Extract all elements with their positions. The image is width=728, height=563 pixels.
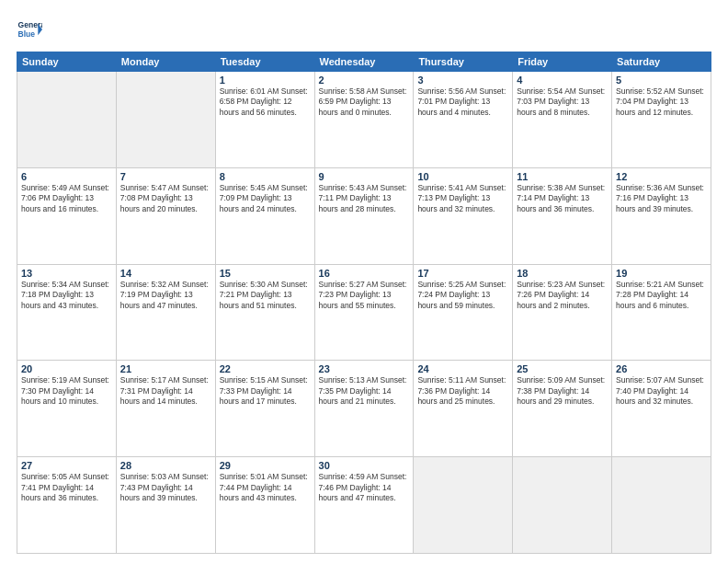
day-number: 24 — [417, 363, 508, 374]
day-info: Sunrise: 5:17 AM Sunset: 7:31 PM Dayligh… — [120, 375, 211, 407]
calendar-cell: 4Sunrise: 5:54 AM Sunset: 7:03 PM Daylig… — [513, 72, 612, 168]
day-number: 17 — [417, 268, 508, 279]
day-number: 16 — [319, 268, 410, 279]
day-info: Sunrise: 5:49 AM Sunset: 7:06 PM Dayligh… — [21, 183, 112, 214]
day-info: Sunrise: 5:11 AM Sunset: 7:36 PM Dayligh… — [417, 375, 508, 407]
day-number: 1 — [220, 75, 311, 86]
day-info: Sunrise: 5:05 AM Sunset: 7:41 PM Dayligh… — [21, 472, 112, 503]
calendar-cell: 17Sunrise: 5:25 AM Sunset: 7:24 PM Dayli… — [414, 264, 513, 361]
calendar-cell: 19Sunrise: 5:21 AM Sunset: 7:28 PM Dayli… — [612, 264, 711, 361]
day-info: Sunrise: 5:38 AM Sunset: 7:14 PM Dayligh… — [517, 183, 608, 214]
day-number: 26 — [616, 363, 707, 374]
calendar-cell: 13Sunrise: 5:34 AM Sunset: 7:18 PM Dayli… — [17, 264, 117, 361]
calendar-cell: 22Sunrise: 5:15 AM Sunset: 7:33 PM Dayli… — [215, 361, 314, 457]
calendar-week-4: 27Sunrise: 5:05 AM Sunset: 7:41 PM Dayli… — [17, 457, 711, 554]
day-info: Sunrise: 5:21 AM Sunset: 7:28 PM Dayligh… — [616, 280, 707, 311]
day-number: 7 — [120, 171, 211, 182]
calendar-cell — [17, 72, 117, 168]
day-number: 3 — [417, 75, 508, 86]
day-info: Sunrise: 5:13 AM Sunset: 7:35 PM Dayligh… — [319, 375, 410, 407]
weekday-header-tuesday: Tuesday — [215, 52, 314, 72]
day-info: Sunrise: 5:03 AM Sunset: 7:43 PM Dayligh… — [120, 472, 211, 503]
day-info: Sunrise: 5:52 AM Sunset: 7:04 PM Dayligh… — [616, 86, 707, 118]
weekday-header-monday: Monday — [116, 52, 215, 72]
calendar-cell: 26Sunrise: 5:07 AM Sunset: 7:40 PM Dayli… — [612, 361, 711, 457]
calendar-cell: 18Sunrise: 5:23 AM Sunset: 7:26 PM Dayli… — [513, 264, 612, 361]
logo: General Blue — [17, 17, 42, 42]
calendar-cell: 12Sunrise: 5:36 AM Sunset: 7:16 PM Dayli… — [612, 167, 711, 264]
calendar-cell: 20Sunrise: 5:19 AM Sunset: 7:30 PM Dayli… — [17, 361, 117, 457]
day-number: 27 — [21, 460, 112, 471]
weekday-header-row: SundayMondayTuesdayWednesdayThursdayFrid… — [17, 52, 711, 72]
day-number: 25 — [517, 363, 608, 374]
day-info: Sunrise: 5:19 AM Sunset: 7:30 PM Dayligh… — [21, 375, 112, 407]
day-info: Sunrise: 5:09 AM Sunset: 7:38 PM Dayligh… — [517, 375, 608, 407]
day-number: 13 — [21, 268, 112, 279]
generalblue-logo-icon: General Blue — [17, 17, 42, 42]
weekday-header-sunday: Sunday — [17, 52, 117, 72]
day-info: Sunrise: 5:07 AM Sunset: 7:40 PM Dayligh… — [616, 375, 707, 407]
day-number: 2 — [319, 75, 410, 86]
calendar-cell — [513, 457, 612, 554]
weekday-header-thursday: Thursday — [414, 52, 513, 72]
calendar-cell: 15Sunrise: 5:30 AM Sunset: 7:21 PM Dayli… — [215, 264, 314, 361]
day-number: 29 — [220, 460, 311, 471]
day-info: Sunrise: 5:43 AM Sunset: 7:11 PM Dayligh… — [319, 183, 410, 214]
day-info: Sunrise: 5:15 AM Sunset: 7:33 PM Dayligh… — [220, 375, 311, 407]
calendar-table: SundayMondayTuesdayWednesdayThursdayFrid… — [17, 52, 711, 554]
day-info: Sunrise: 5:36 AM Sunset: 7:16 PM Dayligh… — [616, 183, 707, 214]
day-info: Sunrise: 5:41 AM Sunset: 7:13 PM Dayligh… — [417, 183, 508, 214]
day-number: 11 — [517, 171, 608, 182]
calendar-week-2: 13Sunrise: 5:34 AM Sunset: 7:18 PM Dayli… — [17, 264, 711, 361]
day-info: Sunrise: 5:27 AM Sunset: 7:23 PM Dayligh… — [319, 280, 410, 311]
calendar-week-1: 6Sunrise: 5:49 AM Sunset: 7:06 PM Daylig… — [17, 167, 711, 264]
calendar-cell: 6Sunrise: 5:49 AM Sunset: 7:06 PM Daylig… — [17, 167, 117, 264]
calendar-cell: 1Sunrise: 6:01 AM Sunset: 6:58 PM Daylig… — [215, 72, 314, 168]
day-info: Sunrise: 5:47 AM Sunset: 7:08 PM Dayligh… — [120, 183, 211, 214]
calendar-cell: 23Sunrise: 5:13 AM Sunset: 7:35 PM Dayli… — [314, 361, 414, 457]
day-info: Sunrise: 5:01 AM Sunset: 7:44 PM Dayligh… — [220, 472, 311, 503]
day-info: Sunrise: 5:56 AM Sunset: 7:01 PM Dayligh… — [417, 86, 508, 118]
calendar-cell: 11Sunrise: 5:38 AM Sunset: 7:14 PM Dayli… — [513, 167, 612, 264]
calendar-cell: 9Sunrise: 5:43 AM Sunset: 7:11 PM Daylig… — [314, 167, 414, 264]
day-info: Sunrise: 5:32 AM Sunset: 7:19 PM Dayligh… — [120, 280, 211, 311]
day-info: Sunrise: 5:34 AM Sunset: 7:18 PM Dayligh… — [21, 280, 112, 311]
calendar-cell: 10Sunrise: 5:41 AM Sunset: 7:13 PM Dayli… — [414, 167, 513, 264]
header: General Blue — [17, 17, 711, 42]
calendar-cell: 2Sunrise: 5:58 AM Sunset: 6:59 PM Daylig… — [314, 72, 414, 168]
day-number: 20 — [21, 363, 112, 374]
day-number: 23 — [319, 363, 410, 374]
day-info: Sunrise: 6:01 AM Sunset: 6:58 PM Dayligh… — [220, 86, 311, 118]
calendar-cell: 29Sunrise: 5:01 AM Sunset: 7:44 PM Dayli… — [215, 457, 314, 554]
calendar-cell: 16Sunrise: 5:27 AM Sunset: 7:23 PM Dayli… — [314, 264, 414, 361]
calendar-cell: 21Sunrise: 5:17 AM Sunset: 7:31 PM Dayli… — [116, 361, 215, 457]
day-info: Sunrise: 5:25 AM Sunset: 7:24 PM Dayligh… — [417, 280, 508, 311]
day-number: 12 — [616, 171, 707, 182]
day-number: 22 — [220, 363, 311, 374]
calendar-body: 1Sunrise: 6:01 AM Sunset: 6:58 PM Daylig… — [17, 72, 711, 554]
calendar-cell — [414, 457, 513, 554]
day-number: 9 — [319, 171, 410, 182]
day-number: 19 — [616, 268, 707, 279]
day-info: Sunrise: 4:59 AM Sunset: 7:46 PM Dayligh… — [319, 472, 410, 503]
calendar-cell: 25Sunrise: 5:09 AM Sunset: 7:38 PM Dayli… — [513, 361, 612, 457]
weekday-header-wednesday: Wednesday — [314, 52, 414, 72]
day-number: 21 — [120, 363, 211, 374]
calendar-cell: 7Sunrise: 5:47 AM Sunset: 7:08 PM Daylig… — [116, 167, 215, 264]
day-info: Sunrise: 5:30 AM Sunset: 7:21 PM Dayligh… — [220, 280, 311, 311]
day-number: 30 — [319, 460, 410, 471]
day-number: 18 — [517, 268, 608, 279]
calendar-cell: 30Sunrise: 4:59 AM Sunset: 7:46 PM Dayli… — [314, 457, 414, 554]
day-info: Sunrise: 5:58 AM Sunset: 6:59 PM Dayligh… — [319, 86, 410, 118]
calendar-cell: 5Sunrise: 5:52 AM Sunset: 7:04 PM Daylig… — [612, 72, 711, 168]
calendar-cell: 24Sunrise: 5:11 AM Sunset: 7:36 PM Dayli… — [414, 361, 513, 457]
svg-text:Blue: Blue — [18, 29, 36, 39]
calendar-cell: 28Sunrise: 5:03 AM Sunset: 7:43 PM Dayli… — [116, 457, 215, 554]
calendar-cell: 27Sunrise: 5:05 AM Sunset: 7:41 PM Dayli… — [17, 457, 117, 554]
day-number: 5 — [616, 75, 707, 86]
weekday-header-friday: Friday — [513, 52, 612, 72]
calendar-cell — [612, 457, 711, 554]
day-info: Sunrise: 5:54 AM Sunset: 7:03 PM Dayligh… — [517, 86, 608, 118]
calendar-week-3: 20Sunrise: 5:19 AM Sunset: 7:30 PM Dayli… — [17, 361, 711, 457]
calendar-cell: 8Sunrise: 5:45 AM Sunset: 7:09 PM Daylig… — [215, 167, 314, 264]
